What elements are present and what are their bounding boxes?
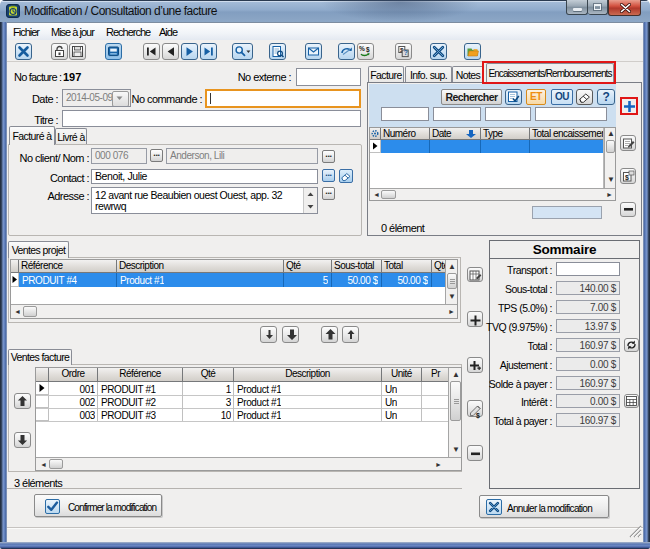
svg-text:$: $ <box>366 46 370 54</box>
svg-text:%: % <box>359 45 365 52</box>
svg-text:$: $ <box>625 174 629 182</box>
svg-text:?: ? <box>404 49 408 56</box>
